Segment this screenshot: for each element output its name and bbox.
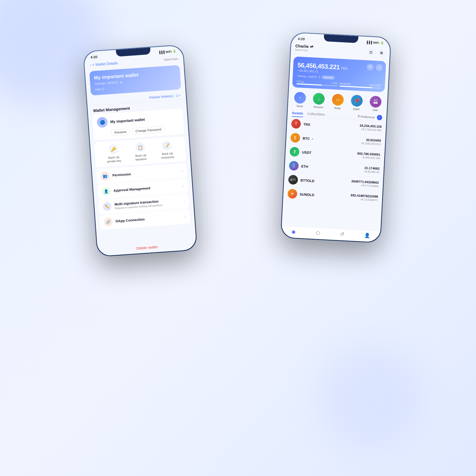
mgmt-wallet-name: My important wallet — [110, 115, 179, 124]
chain-label: MainChain — [295, 48, 313, 52]
external-link-button[interactable]: ↗ — [376, 64, 383, 71]
header-action-icons: 👁 ↗ — [367, 63, 383, 71]
bottom-nav-profile[interactable]: 👤 — [364, 232, 370, 239]
backup-mnemonic[interactable]: 📝 Back Upmnemonic — [160, 140, 175, 160]
status-icons-left: ▐▐▐ WiFi 🔋 — [158, 49, 176, 54]
btc-icon: ₿ — [290, 133, 300, 143]
approval-arrow-icon: › — [182, 184, 184, 188]
receive-button[interactable]: ↓ Receive — [313, 93, 325, 109]
status-icons-right: ▐▐▐ WiFi 🔋 — [366, 40, 384, 45]
energy-fill — [296, 83, 322, 86]
tabs-right: ⇅ Preference + — [358, 114, 382, 120]
signal-icon: ▐▐▐ — [158, 51, 164, 54]
sort-icon: ⇅ — [358, 115, 360, 118]
eth-usd: ≈$ 85,885.35 — [364, 170, 379, 174]
backup-keystore[interactable]: 📋 Back Upkeystore — [134, 142, 147, 162]
rename-button[interactable]: Rename — [111, 129, 130, 136]
tab-assets[interactable]: Assets — [292, 109, 303, 117]
backup-private-key[interactable]: 🔑 Back Upprivate key — [106, 144, 121, 163]
vote-label: Vote — [373, 108, 378, 112]
phone-wallet-details: 4:20 ▐▐▐ WiFi 🔋 ‹ < Wallet Details MainC… — [83, 44, 197, 257]
backup-mnemonic-label: Back Upmnemonic — [161, 151, 175, 160]
non-hd-badge: Non-HD — [322, 75, 335, 80]
btt-icon: BTT — [288, 175, 298, 185]
backup-private-key-icon: 🔑 — [108, 144, 118, 154]
btt-symbol: BTTOLD — [300, 178, 317, 183]
back-button[interactable]: ‹ < Wallet Details — [90, 61, 118, 67]
preference-button[interactable]: ⇅ Preference — [358, 115, 375, 119]
swap-button[interactable]: ↔ Swap — [332, 94, 344, 110]
usdt-amounts: 602,786.035091 ≈$ 606,000.199 — [357, 152, 380, 160]
permission-content: Permission — [112, 169, 178, 177]
btc-verified-icon: ✓ — [311, 138, 314, 140]
btc-amounts: 30.810455 ≈$ 1555,934.813 — [361, 138, 381, 146]
permission-icon: 👥 — [100, 171, 109, 180]
send-button[interactable]: ↑ Send — [294, 92, 306, 108]
usdt-icon: ₮ — [290, 147, 300, 157]
trx-amounts: 34,234,453.126 ≈$ 2,760,842.982 — [359, 124, 382, 132]
energy-bar-container: Energy 37/60 — [296, 80, 338, 86]
signal-icon-right: ▐▐▐ — [366, 40, 372, 44]
dapp-title: DApp Connection — [116, 215, 182, 223]
multisig-icon: ✏️ — [103, 202, 112, 211]
backup-private-key-label: Back Upprivate key — [107, 155, 121, 163]
right-nav-icons: ⊡ ⊞ — [367, 48, 386, 57]
bottom-nav-assets[interactable]: ◉ — [291, 229, 296, 235]
eth-symbol: ETH — [301, 164, 317, 169]
add-asset-button[interactable]: + — [377, 115, 382, 120]
back-arrow-icon: ‹ — [90, 63, 91, 67]
dapp-icon: 🔗 — [104, 217, 113, 226]
change-password-button[interactable]: Change Password — [132, 126, 165, 135]
approval-content: Approval Management — [113, 184, 180, 193]
nav-title-left: < Wallet Details — [92, 61, 118, 67]
sun-symbol: SUNOLD — [300, 192, 316, 197]
send-label: Send — [296, 104, 303, 108]
backup-keystore-label: Back Upkeystore — [135, 153, 147, 161]
dapp-arrow-icon: › — [185, 214, 186, 218]
wallet-header-card: 👁 ↗ 56,456,453.221 TRX ≈ $3,951,951.71 T… — [292, 56, 386, 92]
btc-symbol: BTC ✓ — [303, 136, 319, 141]
battery-icon-right: 🔋 — [380, 41, 384, 45]
swap-icon: ↔ — [332, 94, 344, 106]
stake-button[interactable]: 📌 Stake — [350, 95, 363, 111]
bottom-collectibles-icon: ⬡ — [316, 230, 320, 236]
dapp-content: DApp Connection — [116, 215, 182, 223]
permission-title: Permission — [112, 169, 178, 177]
bottom-profile-icon: 👤 — [364, 232, 370, 239]
scan-button[interactable]: ⊞ — [377, 49, 386, 57]
backup-mnemonic-icon: 📝 — [162, 140, 172, 150]
vote-button[interactable]: 🗳 Vote — [369, 96, 382, 112]
receive-icon: ↓ — [313, 93, 325, 105]
bottom-assets-icon: ◉ — [291, 229, 296, 235]
backup-card: 🔑 Back Upprivate key 📋 Back Upkeystore 📝… — [94, 136, 186, 167]
permission-arrow-icon: › — [181, 168, 183, 173]
status-time-right: 4:20 — [298, 36, 305, 41]
trx-icon: T — [291, 119, 301, 129]
visibility-toggle-button[interactable]: 👁 — [367, 63, 374, 71]
wallet-avatar: 🔵 — [97, 117, 108, 128]
sun-amounts: 692.418878222498 ≈$ 13.5483871 — [350, 193, 378, 202]
approval-icon: 👤 — [102, 187, 111, 196]
sun-icon: ☀ — [287, 189, 298, 199]
stake-icon: 📌 — [351, 95, 363, 107]
status-time-left: 4:20 — [90, 55, 97, 59]
approval-title: Approval Management — [113, 184, 180, 193]
preference-label: Preference — [360, 115, 375, 119]
bottom-nav-collectibles[interactable]: ⬡ — [316, 230, 320, 236]
address-copy-icon[interactable]: ⧉ — [319, 76, 321, 79]
menu-list: 👥 Permission › 👤 Approval Management › ✏… — [92, 162, 196, 246]
wallet-card: My important wallet THPvaU...Fhn5YC ⧉ In… — [89, 65, 181, 96]
vote-icon: 🗳 — [369, 96, 382, 108]
bottom-nav-history[interactable]: ↺ — [340, 231, 344, 237]
qr-scan-button[interactable]: ⊡ — [367, 48, 375, 57]
eth-icon: Ξ — [289, 161, 299, 171]
wallet-address-right: THPwer...5wtfYC — [297, 74, 317, 78]
btt-amounts: 2648771.04328662 ≈$ 6.77419355 — [351, 179, 379, 187]
wallet-action-buttons: Rename Change Password — [111, 125, 180, 136]
backup-keystore-icon: 📋 — [135, 142, 145, 152]
usdt-symbol: USDT — [302, 150, 318, 155]
multisig-content: Multi-signature transaction Request or p… — [114, 198, 181, 209]
battery-icon: 🔋 — [173, 49, 177, 53]
copy-icon[interactable]: ⧉ — [120, 81, 122, 84]
tab-collectibles[interactable]: Collectibles — [307, 110, 325, 118]
